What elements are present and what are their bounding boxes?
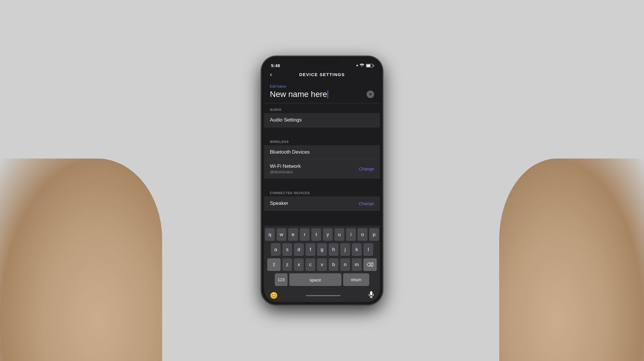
wifi-info: Wi-Fi Network @WorkSuites: [270, 163, 301, 174]
keyboard-row-4: 123 space return: [265, 273, 379, 286]
keyboard-row-1: q w e r t y u i o p: [265, 228, 379, 241]
svg-rect-1: [370, 291, 372, 295]
notch: [305, 59, 339, 66]
wifi-label: Wi-Fi Network: [270, 163, 301, 169]
nav-title: DEVICE SETTINGS: [299, 72, 345, 77]
mic-key[interactable]: [368, 291, 374, 300]
speaker-label: Speaker: [270, 200, 288, 206]
key-m[interactable]: m: [352, 258, 362, 271]
clear-button[interactable]: ✕: [367, 91, 374, 98]
key-j[interactable]: j: [340, 243, 350, 256]
key-f[interactable]: f: [305, 243, 315, 256]
wifi-change-link[interactable]: Change: [359, 166, 374, 171]
back-button[interactable]: ‹: [270, 71, 272, 78]
wifi-icon: [360, 63, 364, 68]
shift-key[interactable]: ⇧: [267, 258, 281, 271]
key-y[interactable]: y: [323, 228, 333, 241]
status-icons: [356, 63, 373, 68]
audio-section-header: AUDIO: [264, 103, 380, 113]
home-indicator: [306, 295, 341, 296]
phone-frame: 5:48: [261, 56, 383, 305]
keyboard-row-3: ⇧ z x c v b n m ⌫: [265, 258, 379, 271]
key-v[interactable]: v: [317, 258, 327, 271]
edit-name-input-row: New name here ✕: [270, 90, 374, 99]
edit-name-label: Edit Name: [270, 84, 374, 89]
key-s[interactable]: s: [282, 243, 292, 256]
key-w[interactable]: w: [277, 228, 286, 241]
key-a[interactable]: a: [271, 243, 281, 256]
connected-devices-header: CONNECTED DEVICES: [264, 187, 380, 196]
key-u[interactable]: u: [334, 228, 344, 241]
wifi-network-name: @WorkSuites: [270, 170, 301, 174]
keyboard: q w e r t y u i o p a s: [264, 226, 380, 290]
key-t[interactable]: t: [311, 228, 321, 241]
svg-point-0: [362, 66, 363, 67]
speaker-change-link[interactable]: Change: [359, 201, 374, 206]
keyboard-row-2: a s d f g h j k l: [265, 243, 379, 256]
key-r[interactable]: r: [300, 228, 310, 241]
key-p[interactable]: p: [369, 228, 379, 241]
bluetooth-label: Bluetooth Devices: [270, 149, 310, 155]
emoji-key[interactable]: 😊: [270, 292, 278, 299]
divider-1: [264, 127, 380, 135]
divider-2: [264, 178, 380, 187]
signal-icon: [356, 65, 358, 66]
audio-settings-item[interactable]: Audio Settings: [264, 113, 380, 127]
key-q[interactable]: q: [265, 228, 275, 241]
key-i[interactable]: i: [346, 228, 356, 241]
key-k[interactable]: k: [352, 243, 362, 256]
return-key[interactable]: return: [343, 273, 369, 286]
key-n[interactable]: n: [340, 258, 350, 271]
key-h[interactable]: h: [329, 243, 339, 256]
key-c[interactable]: c: [305, 258, 315, 271]
wireless-section-header: WIRELESS: [264, 135, 380, 145]
space-key[interactable]: space: [289, 273, 341, 286]
key-d[interactable]: d: [294, 243, 304, 256]
phone-screen: 5:48: [264, 59, 380, 302]
key-x[interactable]: x: [294, 258, 304, 271]
battery-icon: [366, 64, 373, 67]
bluetooth-devices-item[interactable]: Bluetooth Devices: [264, 145, 380, 159]
wifi-network-item[interactable]: Wi-Fi Network @WorkSuites Change: [264, 159, 380, 178]
status-time: 5:48: [271, 63, 280, 68]
key-g[interactable]: g: [317, 243, 327, 256]
key-e[interactable]: e: [288, 228, 298, 241]
num-key[interactable]: 123: [275, 273, 288, 286]
audio-settings-label: Audio Settings: [270, 117, 302, 123]
nav-bar: ‹ DEVICE SETTINGS: [264, 70, 380, 80]
key-z[interactable]: z: [282, 258, 292, 271]
text-cursor: [328, 90, 328, 98]
settings-list: AUDIO Audio Settings WIRELESS Bluetooth …: [264, 103, 380, 226]
key-o[interactable]: o: [358, 228, 367, 241]
bottom-bar: 😊: [264, 290, 380, 302]
scene: 5:48: [0, 0, 644, 361]
speaker-item[interactable]: Speaker Change: [264, 196, 380, 211]
hand-right: [499, 159, 644, 361]
content: Edit Name New name here ✕ AUDIO Audio Se…: [264, 80, 380, 302]
delete-key[interactable]: ⌫: [363, 258, 377, 271]
key-l[interactable]: l: [363, 243, 373, 256]
key-b[interactable]: b: [329, 258, 339, 271]
edit-name-section: Edit Name New name here ✕: [264, 80, 380, 103]
edit-name-text[interactable]: New name here: [270, 90, 367, 99]
hand-left: [0, 159, 162, 361]
